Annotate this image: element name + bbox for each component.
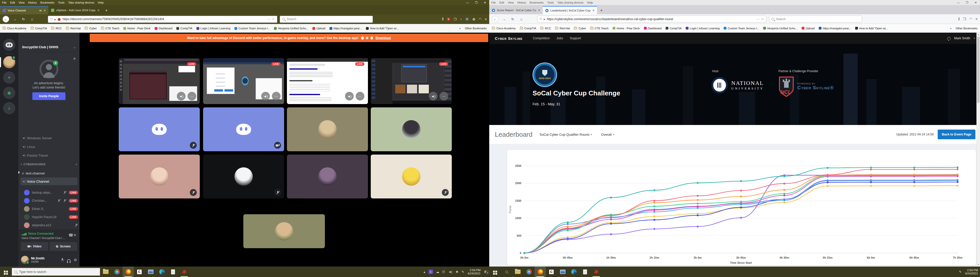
server-header[interactable]: 3ncrypt3d Club | OHHS ⌄ (18, 42, 80, 52)
account-icon[interactable]: ◠ (479, 18, 481, 21)
nav-jobs[interactable]: Jobs (557, 37, 563, 40)
video-button[interactable]: Video (21, 242, 48, 251)
tab-close-icon[interactable]: ✕ (97, 9, 100, 12)
volume-icon[interactable]: ◄) (448, 270, 452, 274)
bookmark-item[interactable]: Cisco Academy (3, 27, 27, 30)
bookmark-item[interactable]: Hesperia Unified Scho... (274, 27, 308, 30)
menu-tools[interactable]: Tools (58, 1, 65, 4)
close-icon[interactable]: ✕ (73, 57, 76, 61)
participant-tile[interactable] (243, 214, 325, 248)
add-server-button[interactable]: + (3, 71, 15, 84)
bookmark-item[interactable]: Upload (312, 27, 325, 30)
minimize-button[interactable]: — (954, 0, 963, 5)
explore-servers-button[interactable]: ◉ (3, 87, 15, 99)
page-actions-icon[interactable]: ⋯ (267, 18, 270, 21)
participant-tile[interactable] (287, 107, 368, 151)
menu-icon[interactable]: ≡ (485, 18, 487, 21)
library-icon[interactable]: ⫼ (442, 17, 444, 21)
stream-tile[interactable]: ◄)⋯LIVE (287, 58, 368, 104)
bookmarks-overflow[interactable]: »Other Bookmarks (459, 27, 487, 30)
dropbox-icon[interactable]: ❖ (456, 270, 458, 274)
bookmark-star-icon[interactable]: ☆ (272, 18, 275, 21)
bookmark-item[interactable]: CompTIA (30, 27, 47, 30)
discord-home-button[interactable] (3, 39, 15, 51)
page-actions-icon[interactable]: ⋯ (756, 18, 759, 21)
history-extension-icon[interactable]: ◔ (460, 18, 462, 21)
stream-options-icon[interactable]: ⋯ (439, 92, 448, 101)
menu-bookmarks[interactable]: Bookmarks (530, 1, 544, 4)
url-text[interactable]: https://discord.com/channels/75808209452… (62, 18, 164, 21)
taskbar-search[interactable]: Type here to search (12, 268, 100, 276)
onedrive-icon[interactable]: ☁ (436, 270, 439, 274)
menu-help[interactable]: Help (98, 1, 104, 4)
firefox-taskbar-icon[interactable] (123, 267, 134, 277)
stream-volume-icon[interactable]: ◄) (261, 92, 270, 101)
menu-help[interactable]: Help (587, 1, 593, 4)
menu-history[interactable]: History (28, 1, 37, 4)
h-extension-icon[interactable]: H (465, 17, 469, 21)
voice-channel-item[interactable]: ◄)Packet Tracer (21, 152, 78, 159)
screen-share-button[interactable]: ⧉ Screen (50, 242, 77, 251)
library-icon[interactable]: ⫼ (958, 17, 959, 21)
stream-tile[interactable]: ◄)⋯LIVE (203, 58, 284, 104)
restore-button[interactable]: ❐ (472, 0, 480, 5)
bookmark-item[interactable]: CompTIA (520, 27, 536, 30)
tab-close-icon[interactable]: ✕ (44, 9, 46, 12)
menu-history[interactable]: History (517, 1, 526, 4)
notepad-taskbar-icon[interactable] (579, 267, 591, 277)
nav-support[interactable]: Support (570, 37, 581, 40)
recording-mic-icon[interactable]: ♦ (429, 270, 433, 274)
download-link[interactable]: Download (375, 36, 391, 40)
avatar[interactable] (21, 256, 29, 264)
clock[interactable]: 2:59 PM 4/24/2021 (468, 269, 480, 275)
url-bar[interactable]: ⛉ 🔒︎ ⬤ https://discord.com/channels/7580… (48, 16, 277, 23)
participant-tile[interactable] (371, 107, 452, 151)
menu-view[interactable]: View (508, 1, 514, 4)
headset-icon[interactable] (67, 259, 71, 262)
chrome-taskbar-icon[interactable] (523, 267, 535, 277)
bookmark-item[interactable]: Dashboard (155, 27, 172, 30)
participant-row[interactable]: Ethan S.LIVE (24, 205, 78, 213)
bookmark-item[interactable]: Cyber (574, 27, 586, 30)
tab-audio-icon[interactable]: ◄) (39, 9, 42, 12)
category-cyberhounds[interactable]: ▼ CYBERHOUNDS + (21, 162, 78, 166)
new-tab-button[interactable]: + (597, 6, 605, 14)
sidebar-icon[interactable]: ❒ (453, 18, 457, 21)
explorer-taskbar-icon[interactable] (100, 267, 111, 277)
add-channel-icon[interactable]: + (75, 162, 78, 166)
minimize-button[interactable]: — (463, 0, 472, 5)
camtasia-taskbar-icon[interactable]: C (134, 267, 145, 277)
bookmark-item[interactable]: Custom Team Jerseys l... (724, 27, 759, 30)
pen-icon[interactable]: ✎ (462, 270, 464, 274)
bookmark-item[interactable]: Dashboard (644, 27, 662, 30)
account-icon[interactable]: ◠ (969, 17, 972, 21)
bookmark-item[interactable]: https://navigator.pear... (329, 27, 362, 30)
download-banner[interactable]: Want to take full advantage of Discord w… (90, 34, 488, 42)
participant-tile[interactable] (287, 155, 368, 199)
tray-expand-icon[interactable]: ▴ (423, 270, 425, 274)
download-apps-button[interactable]: ⭣ (3, 102, 15, 114)
participant-tile[interactable] (371, 155, 452, 199)
clock[interactable]: 2:59 PM 4/24/2021 (965, 269, 978, 275)
display-icon[interactable]: ⧠ (442, 270, 445, 274)
edge-taskbar-icon[interactable] (156, 267, 167, 277)
edge-taskbar-icon[interactable] (568, 267, 579, 277)
tab-close-icon[interactable]: ✕ (592, 9, 595, 12)
stream-volume-icon[interactable]: ◄) (345, 92, 354, 101)
bookmark-item[interactable]: RCC (540, 27, 551, 30)
stream-tile[interactable]: ◄)⋯LIVE (371, 58, 452, 104)
channel-text-channel[interactable]: # text-channel (21, 170, 78, 177)
forward-button[interactable]: → (501, 17, 507, 21)
scrollbar[interactable]: ▲ ▼ (977, 33, 980, 267)
taskbar-search-button[interactable] (501, 267, 512, 277)
participant-row[interactable]: alejandra.a13 (24, 221, 78, 229)
bookmark-item[interactable]: Home - Pear Deck (612, 27, 640, 30)
menu-file[interactable]: File (491, 1, 496, 4)
bookmark-item[interactable]: Login | Infosec Learning (196, 27, 230, 30)
url-text[interactable]: https://cyberskyline.com/events/socalccc… (547, 18, 673, 21)
firefox-taskbar-icon[interactable] (535, 267, 546, 277)
restore-button[interactable]: ❐ (963, 0, 971, 5)
home-button[interactable]: ⌂ (518, 17, 524, 21)
menu-tabs-sharing-devices[interactable]: Tabs sharing devices (68, 1, 94, 4)
url-bar[interactable]: ⛉ 🔒︎ https://cyberskyline.com/events/soc… (537, 16, 767, 22)
